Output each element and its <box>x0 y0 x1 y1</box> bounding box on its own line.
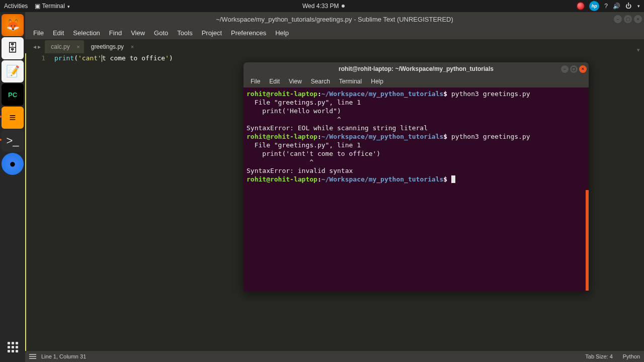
minimize-button[interactable]: – <box>561 65 569 73</box>
launcher-pycharm[interactable]: PC <box>2 83 24 106</box>
term-menu-file[interactable]: File <box>247 77 264 86</box>
terminal-body[interactable]: rohit@rohit-laptop:~/Workspace/my_python… <box>244 87 589 292</box>
show-applications-button[interactable] <box>2 336 24 358</box>
activities-button[interactable]: Activities <box>4 3 28 10</box>
statusbar: Line 1, Column 31 Tab Size: 4 Python <box>25 351 644 362</box>
sublime-title: ~/Workspace/my_python_tutorials/greeting… <box>216 16 453 23</box>
notification-dot-icon <box>342 5 345 8</box>
term-menu-search[interactable]: Search <box>307 77 334 86</box>
power-icon[interactable]: ⏻ <box>625 3 631 10</box>
tab-greetings-py[interactable]: greetings.py × <box>85 40 138 53</box>
volume-icon[interactable]: 🔊 <box>613 3 620 10</box>
menu-edit[interactable]: Edit <box>49 27 68 39</box>
launcher-terminal[interactable]: >_ <box>2 130 24 152</box>
launcher-chromium[interactable]: ● <box>2 153 24 175</box>
status-language[interactable]: Python <box>623 353 640 359</box>
menu-file[interactable]: File <box>29 27 48 39</box>
maximize-button[interactable]: ▢ <box>570 65 578 73</box>
term-menu-view[interactable]: View <box>285 77 306 86</box>
tab-nav-arrows[interactable]: ◂ ▸ <box>29 43 45 53</box>
menu-goto[interactable]: Goto <box>150 27 172 39</box>
status-indent[interactable]: Tab Size: 4 <box>585 353 612 359</box>
launcher-firefox[interactable]: 🦊 <box>2 14 24 36</box>
menu-find[interactable]: Find <box>105 27 126 39</box>
app-menu[interactable]: ▣ Terminal ▾ <box>35 3 70 10</box>
launcher-sublime[interactable]: ≡ <box>2 107 24 129</box>
terminal-cursor <box>451 175 455 183</box>
line-number: 1 <box>26 54 45 62</box>
gutter: 1 <box>25 53 50 351</box>
terminal-titlebar[interactable]: rohit@rohit-laptop: ~/Workspace/my_pytho… <box>244 62 589 75</box>
sublime-menubar: File Edit Selection Find View Goto Tools… <box>25 26 644 39</box>
menu-help[interactable]: Help <box>271 27 293 39</box>
clock[interactable]: Wed 4:33 PM <box>302 3 339 10</box>
close-button[interactable]: × <box>634 15 642 23</box>
tab-dropdown-icon[interactable]: ▾ <box>637 47 640 53</box>
menu-preferences[interactable]: Preferences <box>227 27 270 39</box>
terminal-menubar: File Edit View Search Terminal Help <box>244 75 589 87</box>
close-button[interactable]: × <box>579 65 587 73</box>
help-icon[interactable]: ? <box>604 3 608 10</box>
menu-icon[interactable] <box>29 354 36 359</box>
close-icon[interactable]: × <box>76 44 79 50</box>
launcher-dock: 🦊 🗄 📝 PC ≡ >_ ● <box>0 12 25 362</box>
terminal-window: rohit@rohit-laptop: ~/Workspace/my_pytho… <box>244 62 589 292</box>
tab-bar: ◂ ▸ calc.py × greetings.py × ▾ <box>25 39 644 53</box>
gnome-topbar: Activities ▣ Terminal ▾ Wed 4:33 PM hp ?… <box>0 0 644 12</box>
apps-grid-icon <box>8 342 18 352</box>
chevron-down-icon: ▾ <box>637 4 640 9</box>
term-menu-terminal[interactable]: Terminal <box>335 77 366 86</box>
status-position: Line 1, Column 31 <box>41 353 86 359</box>
launcher-files[interactable]: 🗄 <box>2 37 24 59</box>
menu-view[interactable]: View <box>127 27 149 39</box>
menu-project[interactable]: Project <box>198 27 226 39</box>
sublime-titlebar[interactable]: ~/Workspace/my_python_tutorials/greeting… <box>25 12 644 26</box>
terminal-title: rohit@rohit-laptop: ~/Workspace/my_pytho… <box>339 65 494 72</box>
maximize-button[interactable]: ▢ <box>624 15 632 23</box>
minimize-button[interactable]: – <box>614 15 622 23</box>
screen-record-icon[interactable] <box>577 3 584 10</box>
close-icon[interactable]: × <box>131 44 134 50</box>
terminal-scrollbar[interactable] <box>586 190 589 291</box>
hp-logo-icon: hp <box>589 1 599 11</box>
menu-tools[interactable]: Tools <box>173 27 196 39</box>
term-menu-edit[interactable]: Edit <box>265 77 284 86</box>
term-menu-help[interactable]: Help <box>367 77 387 86</box>
menu-selection[interactable]: Selection <box>69 27 104 39</box>
tab-calc-py[interactable]: calc.py × <box>45 40 84 53</box>
terminal-icon: ▣ <box>35 3 40 10</box>
launcher-gedit[interactable]: 📝 <box>2 60 24 82</box>
